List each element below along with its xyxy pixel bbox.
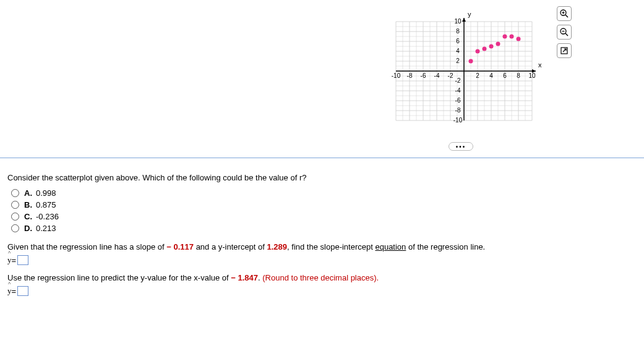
option-value: 0.875 — [36, 200, 56, 209]
svg-text:-4: -4 — [434, 72, 440, 79]
svg-point-89 — [476, 49, 480, 54]
zoom-in-icon[interactable] — [557, 6, 572, 21]
question-prompt: Consider the scatterplot given above. Wh… — [7, 173, 637, 182]
option-letter: C. — [24, 212, 32, 221]
svg-text:4: 4 — [489, 72, 493, 79]
option-value: 0.998 — [36, 188, 56, 198]
svg-text:10: 10 — [454, 18, 462, 25]
svg-text:2: 2 — [476, 72, 479, 79]
svg-text:8: 8 — [456, 28, 460, 35]
svg-text:-10: -10 — [392, 72, 401, 79]
yhat-equation-2: ^y = — [7, 286, 637, 296]
svg-marker-85 — [462, 18, 466, 22]
svg-point-94 — [510, 35, 514, 39]
option-b[interactable]: B.0.875 — [11, 200, 637, 209]
section-divider — [0, 158, 644, 158]
radio-icon[interactable] — [11, 213, 19, 221]
option-value: -0.236 — [36, 212, 59, 221]
svg-text:-4: -4 — [455, 87, 461, 94]
svg-text:8: 8 — [517, 72, 520, 79]
radio-icon[interactable] — [11, 201, 19, 209]
svg-text:4: 4 — [456, 48, 460, 54]
option-c[interactable]: C.-0.236 — [11, 212, 637, 221]
svg-text:x: x — [538, 61, 542, 69]
svg-point-92 — [496, 42, 500, 46]
yhat-equation-1: ^y = — [7, 255, 637, 265]
chart-tools — [557, 6, 572, 58]
svg-text:2: 2 — [456, 57, 460, 64]
svg-point-88 — [469, 59, 473, 64]
svg-line-97 — [565, 15, 568, 17]
option-d[interactable]: D.0.213 — [11, 224, 637, 233]
svg-text:-6: -6 — [455, 97, 461, 104]
svg-point-91 — [489, 44, 494, 49]
slope-value: − 0.117 — [166, 242, 194, 251]
option-letter: A. — [24, 188, 32, 198]
rounding-note: (Round to three decimal places). — [262, 273, 379, 282]
option-letter: D. — [24, 224, 32, 233]
options-group: A.0.998B.0.875C.-0.236D.0.213 — [11, 188, 637, 233]
svg-text:-2: -2 — [448, 72, 453, 79]
svg-text:6: 6 — [456, 38, 460, 44]
svg-line-101 — [565, 33, 568, 36]
scatterplot-chart: -10-8-6-4-2246810-10-8-6-4-2246810xy — [377, 3, 551, 139]
svg-text:-6: -6 — [421, 72, 426, 79]
regression-statement-1: Given that the regression line has a slo… — [7, 242, 637, 253]
predicted-y-input[interactable] — [17, 286, 28, 296]
option-a[interactable]: A.0.998 — [11, 188, 637, 198]
option-letter: B. — [24, 200, 32, 209]
svg-point-93 — [503, 35, 507, 39]
svg-line-104 — [563, 49, 566, 52]
svg-text:-8: -8 — [407, 72, 413, 79]
regression-statement-2: Use the regression line to predict the y… — [7, 272, 637, 284]
more-button[interactable]: ••• — [449, 142, 473, 151]
intercept-value: 1.289 — [267, 242, 288, 251]
svg-text:-2: -2 — [455, 77, 461, 84]
svg-point-90 — [483, 47, 487, 51]
open-new-window-icon[interactable] — [557, 43, 572, 58]
equation-word: equation — [375, 242, 406, 251]
svg-point-95 — [517, 37, 521, 41]
regression-equation-input[interactable] — [17, 255, 28, 265]
radio-icon[interactable] — [11, 189, 19, 197]
xvalue: − 1.847 — [231, 273, 258, 282]
svg-text:10: 10 — [528, 72, 536, 79]
svg-text:6: 6 — [503, 72, 507, 79]
svg-text:-8: -8 — [455, 107, 461, 114]
svg-text:-10: -10 — [453, 117, 463, 124]
svg-text:y: y — [468, 11, 471, 18]
zoom-out-icon[interactable] — [557, 25, 572, 40]
radio-icon[interactable] — [11, 224, 19, 232]
option-value: 0.213 — [36, 224, 56, 233]
